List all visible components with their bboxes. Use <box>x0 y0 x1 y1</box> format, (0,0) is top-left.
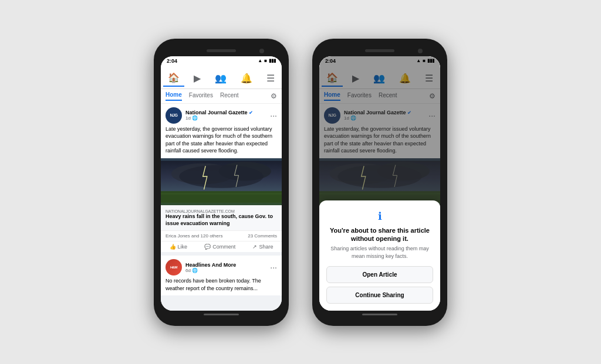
status-icons-left: ▲ ■ ▮▮▮ <box>258 58 276 63</box>
post-more-2-left[interactable]: ··· <box>270 263 277 272</box>
share-button-left[interactable]: ↗ Share <box>252 244 273 250</box>
post-header-2-left: H&M Headlines And More 6d 🌐 ··· <box>161 256 282 277</box>
continue-sharing-button[interactable]: Continue Sharing <box>326 287 433 304</box>
post-meta-2-left: Headlines And More 6d 🌐 <box>185 262 270 273</box>
subnav-filter-left[interactable]: ⚙ <box>271 92 277 100</box>
wifi-icon-left: ▲ <box>258 58 262 63</box>
verified-badge-left: ✔ <box>249 110 253 115</box>
phone-camera-right <box>418 49 423 53</box>
phone-screen-right: 2:04 ▲ ■ ▮▮▮ 🏠 ▶ 👥 🔔 ☰ Home Favorites Re… <box>319 56 440 311</box>
subnav-home-left[interactable]: Home <box>166 91 182 101</box>
signal-icon-left: ■ <box>264 58 267 63</box>
share-dialog: ℹ You're about to share this article wit… <box>319 200 440 311</box>
phone-bottom-bar-right <box>319 311 440 319</box>
nav-home-left[interactable]: 🏠 <box>163 70 184 87</box>
like-icon-left: 👍 <box>170 244 176 250</box>
globe-icon-2-left: 🌐 <box>192 268 198 273</box>
phone-speaker-left <box>207 49 236 52</box>
share-icon-left: ↗ <box>252 244 257 250</box>
comment-button-left[interactable]: 💬 Comment <box>204 244 235 250</box>
nav-notifications-left[interactable]: 🔔 <box>236 70 257 86</box>
phone-top-bar-left <box>161 46 282 56</box>
nav-friends-left[interactable]: 👥 <box>210 70 231 86</box>
phone-camera-left <box>259 49 264 53</box>
nav-menu-left[interactable]: ☰ <box>262 70 279 86</box>
svg-point-3 <box>179 165 263 188</box>
post-meta-left: National Journal Gazette ✔ 1d 🌐 <box>185 110 270 121</box>
phone-speaker-right <box>365 49 394 52</box>
scene: 2:04 ▲ ■ ▮▮▮ 🏠 ▶ 👥 🔔 ☰ Home Favorites Re… <box>154 39 447 326</box>
post-text-2-left: No records have been broken today. The w… <box>161 277 282 295</box>
nav-watch-left[interactable]: ▶ <box>189 70 205 86</box>
post-author-2-left: Headlines And More <box>185 262 270 268</box>
phone-top-bar-right <box>319 46 440 56</box>
post-text-left: Late yesterday, the governor issued volu… <box>161 125 282 158</box>
post-time-left: 1d 🌐 <box>185 115 270 121</box>
globe-icon-left: 🌐 <box>192 115 198 121</box>
post-card-2-left: H&M Headlines And More 6d 🌐 ··· <box>161 256 282 295</box>
home-indicator-left <box>204 314 239 315</box>
phone-screen-left: 2:04 ▲ ■ ▮▮▮ 🏠 ▶ 👥 🔔 ☰ Home Favorites Re… <box>161 56 282 311</box>
feed-left: NJG National Journal Gazette ✔ 1d 🌐 <box>161 104 282 311</box>
dialog-subtitle: Sharing articles without reading them ma… <box>326 245 433 260</box>
phone-bottom-bar-left <box>161 311 282 319</box>
battery-icon-left: ▮▮▮ <box>269 58 276 63</box>
subnav-favorites-left[interactable]: Favorites <box>189 92 213 100</box>
fb-subnav-left: Home Favorites Recent ⚙ <box>161 89 282 104</box>
phone-left: 2:04 ▲ ■ ▮▮▮ 🏠 ▶ 👥 🔔 ☰ Home Favorites Re… <box>154 39 289 326</box>
subnav-recent-left[interactable]: Recent <box>220 92 239 100</box>
comment-count-left: 23 Comments <box>248 233 277 239</box>
post-time-2-left: 6d 🌐 <box>185 268 270 273</box>
link-domain-left: NATIONALJOURNALGAZETTE.COM <box>166 209 277 213</box>
post-avatar-left: NJG <box>166 107 182 124</box>
link-title-left: Heavy rains fall in the south, cause Gov… <box>166 213 277 227</box>
like-button-left[interactable]: 👍 Like <box>170 244 188 250</box>
post-actions-left: 👍 Like 💬 Comment ↗ Share <box>161 241 282 252</box>
status-time-left: 2:04 <box>167 58 177 64</box>
open-article-button[interactable]: Open Article <box>326 266 433 283</box>
post-author-left: National Journal Gazette ✔ <box>185 110 270 115</box>
reaction-people-left: Erica Jones and 120 others <box>166 233 222 239</box>
post-reactions-left: Erica Jones and 120 others 23 Comments <box>161 230 282 241</box>
svg-rect-5 <box>161 193 282 195</box>
fb-navbar-left: 🏠 ▶ 👥 🔔 ☰ <box>161 66 282 89</box>
home-indicator-right <box>362 314 397 315</box>
svg-rect-4 <box>161 191 282 203</box>
status-bar-left: 2:04 ▲ ■ ▮▮▮ <box>161 56 282 66</box>
dialog-info-icon: ℹ <box>326 210 433 223</box>
post-card-left: NJG National Journal Gazette ✔ 1d 🌐 <box>161 104 282 253</box>
comment-icon-left: 💬 <box>204 244 211 250</box>
dialog-title: You're about to share this article witho… <box>326 226 433 243</box>
phone-right: 2:04 ▲ ■ ▮▮▮ 🏠 ▶ 👥 🔔 ☰ Home Favorites Re… <box>312 39 447 326</box>
post-image-left <box>161 158 282 205</box>
dialog-overlay: ℹ You're about to share this article wit… <box>319 56 440 311</box>
post-avatar-2-left: H&M <box>166 259 182 275</box>
post-header-left: NJG National Journal Gazette ✔ 1d 🌐 <box>161 104 282 125</box>
post-link-preview-left: NATIONALJOURNALGAZETTE.COM Heavy rains f… <box>161 205 282 230</box>
post-more-left[interactable]: ··· <box>270 111 277 120</box>
